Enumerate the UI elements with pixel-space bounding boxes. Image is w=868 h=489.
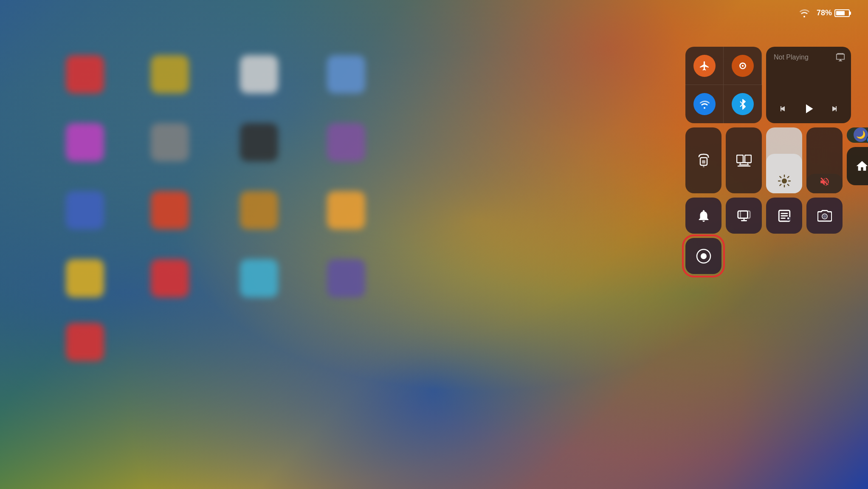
battery-percentage: 78% bbox=[817, 8, 832, 17]
app-icon-16 bbox=[327, 259, 365, 297]
focus-home-group: 🌙 8 Focus Home bbox=[847, 127, 868, 185]
screen-rotation-lock-button[interactable] bbox=[685, 127, 721, 193]
focus-button[interactable]: 🌙 8 Focus bbox=[847, 127, 868, 143]
svg-rect-24 bbox=[738, 211, 747, 218]
svg-line-17 bbox=[787, 184, 789, 186]
airplane-icon bbox=[693, 55, 716, 77]
media-controls bbox=[774, 97, 843, 116]
connectivity-grid[interactable] bbox=[685, 47, 762, 123]
cc-row-2: 🌙 8 Focus Home bbox=[685, 127, 851, 193]
app-icon-10 bbox=[151, 191, 189, 229]
app-icon-2 bbox=[151, 55, 189, 93]
app-icon-8 bbox=[327, 123, 365, 161]
app-icon-1 bbox=[66, 55, 104, 93]
airplay-icon[interactable] bbox=[836, 53, 845, 62]
svg-rect-25 bbox=[740, 211, 750, 218]
focus-icons: 🌙 8 bbox=[854, 127, 868, 143]
brightness-fill bbox=[766, 154, 802, 193]
brightness-icon bbox=[778, 175, 791, 187]
media-forward-button[interactable] bbox=[828, 104, 840, 114]
wifi-icon bbox=[799, 9, 810, 17]
app-icon-13 bbox=[66, 259, 104, 297]
svg-point-1 bbox=[741, 65, 743, 66]
svg-rect-9 bbox=[745, 155, 751, 163]
app-icon-5 bbox=[66, 123, 104, 161]
bluetooth-button[interactable] bbox=[724, 85, 762, 123]
app-icon-12 bbox=[327, 191, 365, 229]
app-icon-4 bbox=[327, 55, 365, 93]
cc-row-4 bbox=[685, 238, 851, 274]
media-play-button[interactable] bbox=[801, 101, 816, 116]
screen-record-button[interactable] bbox=[685, 238, 721, 274]
app-icon-11 bbox=[240, 191, 278, 229]
status-bar: 78% bbox=[0, 8, 868, 17]
bluetooth-icon bbox=[732, 93, 754, 115]
app-icon-6 bbox=[151, 123, 189, 161]
screen-record-ring bbox=[682, 235, 725, 277]
svg-rect-8 bbox=[737, 155, 743, 163]
brightness-slider[interactable] bbox=[766, 127, 802, 193]
cc-row-1: Not Playing bbox=[685, 47, 851, 123]
mute-button[interactable] bbox=[806, 127, 843, 193]
wifi-toggle-icon bbox=[693, 93, 716, 115]
alarm-button[interactable] bbox=[685, 198, 721, 234]
focus-moon-icon: 🌙 bbox=[854, 127, 868, 142]
airplane-mode-button[interactable] bbox=[685, 47, 724, 85]
app-icon-7 bbox=[240, 123, 278, 161]
svg-rect-6 bbox=[702, 160, 705, 164]
wifi-toggle-button[interactable] bbox=[685, 85, 724, 123]
svg-line-18 bbox=[787, 176, 789, 178]
mute-icon bbox=[819, 176, 830, 187]
app-icon-9 bbox=[66, 191, 104, 229]
slideshow-button[interactable] bbox=[726, 198, 762, 234]
notes-button[interactable] bbox=[766, 198, 802, 234]
home-icon bbox=[854, 158, 868, 175]
svg-point-11 bbox=[782, 178, 787, 184]
svg-point-34 bbox=[823, 215, 826, 218]
app-icon-3 bbox=[240, 55, 278, 93]
app-icon-17 bbox=[66, 323, 104, 361]
media-title: Not Playing bbox=[774, 54, 843, 61]
cellular-button[interactable] bbox=[724, 47, 762, 85]
home-row: Home Living...Home... bbox=[847, 147, 868, 185]
svg-line-19 bbox=[780, 184, 781, 186]
svg-point-7 bbox=[703, 166, 705, 167]
cc-row-3 bbox=[685, 198, 851, 234]
camera-button[interactable] bbox=[806, 198, 843, 234]
screen-mirror-button[interactable] bbox=[726, 127, 762, 193]
battery-indicator: 78% bbox=[817, 8, 851, 17]
control-center: Not Playing bbox=[685, 47, 851, 274]
home-button[interactable]: Home bbox=[847, 147, 868, 185]
display-controls-group bbox=[685, 127, 843, 193]
app-icon-15 bbox=[240, 259, 278, 297]
cellular-icon bbox=[732, 55, 754, 77]
svg-line-16 bbox=[780, 176, 781, 178]
media-rewind-button[interactable] bbox=[777, 104, 789, 114]
app-icon-14 bbox=[151, 259, 189, 297]
media-player-tile[interactable]: Not Playing bbox=[766, 47, 851, 123]
